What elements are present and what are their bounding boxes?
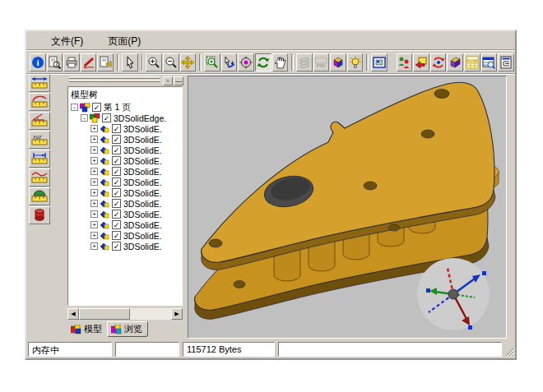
node-checkbox[interactable]: ✓ xyxy=(112,167,121,176)
bom-icon: BOM xyxy=(466,56,479,69)
pan-button[interactable] xyxy=(180,53,197,71)
print-preview-button[interactable] xyxy=(47,53,63,71)
tree-node-page[interactable]: - ✓ 第 1 页 xyxy=(68,102,182,113)
part-icon xyxy=(100,156,110,166)
tree-node-assembly[interactable]: - ✓ 3DSolidEdge. xyxy=(68,113,182,123)
zoom-out-button[interactable] xyxy=(163,53,179,71)
expand-toggle-icon[interactable]: + xyxy=(90,189,98,196)
print-preview-icon xyxy=(48,56,61,69)
pmi-button[interactable]: PMI xyxy=(313,53,330,71)
node-checkbox[interactable]: ✓ xyxy=(112,210,121,219)
scroll-track[interactable] xyxy=(130,308,171,320)
node-checkbox[interactable]: ✓ xyxy=(112,156,121,165)
menu-file[interactable]: 文件(F) xyxy=(48,34,86,49)
node-checkbox[interactable]: ✓ xyxy=(112,188,121,197)
tree-node-part[interactable]: +✓3DSolidE. xyxy=(68,209,182,219)
tab-browse[interactable]: 浏览 xyxy=(107,321,148,337)
expand-toggle-icon[interactable]: + xyxy=(90,157,98,164)
rotate-button[interactable] xyxy=(255,53,272,71)
measure-area-button[interactable] xyxy=(29,187,50,205)
measure-distance-button[interactable] xyxy=(29,74,50,92)
light-button[interactable] xyxy=(347,53,364,71)
tree-node-part[interactable]: +✓3DSolidE. xyxy=(68,166,182,177)
eraser-3d-icon xyxy=(448,56,462,69)
node-checkbox[interactable]: ✓ xyxy=(102,113,111,122)
measure-radius-button[interactable] xyxy=(29,93,50,111)
zoom-window-button[interactable] xyxy=(204,53,220,71)
orientation-gizmo[interactable] xyxy=(417,258,490,330)
expand-toggle-icon[interactable]: + xyxy=(90,146,98,154)
part-icon xyxy=(100,188,110,198)
select-button[interactable] xyxy=(122,53,138,71)
node-checkbox[interactable]: ✓ xyxy=(92,103,101,112)
tree-node-part[interactable]: +✓3DSolidE. xyxy=(68,187,182,198)
collapse-toggle-icon[interactable]: - xyxy=(71,104,78,111)
tree-node-part[interactable]: +✓3DSolidE. xyxy=(68,123,182,134)
markup-button[interactable] xyxy=(81,53,97,71)
expand-toggle-icon[interactable]: + xyxy=(90,221,98,228)
expand-toggle-icon[interactable]: + xyxy=(90,242,98,250)
orbit-target-button[interactable] xyxy=(238,53,254,71)
collapse-toggle-icon[interactable]: - xyxy=(81,114,88,122)
measure-volume-button[interactable] xyxy=(29,206,50,224)
tree-node-part[interactable]: +✓3DSolidE. xyxy=(68,134,182,145)
tree-node-part[interactable]: +✓3DSolidE. xyxy=(68,177,182,187)
panel-hide-button[interactable]: — xyxy=(174,76,183,85)
tree-node-part[interactable]: +✓3DSolidE. xyxy=(68,145,182,155)
node-checkbox[interactable]: ✓ xyxy=(112,220,121,229)
tree-node-part[interactable]: +✓3DSolidE. xyxy=(68,198,182,209)
doc-tree-button[interactable] xyxy=(498,53,514,71)
expand-toggle-icon[interactable]: + xyxy=(90,178,98,186)
tree-node-part[interactable]: +✓3DSolidE. xyxy=(68,155,182,166)
expand-toggle-icon[interactable]: + xyxy=(90,200,98,207)
pan-hand-button[interactable] xyxy=(272,53,289,71)
view-cube-button[interactable] xyxy=(330,53,346,71)
tree-hscrollbar[interactable]: ◀ ▶ xyxy=(67,308,183,320)
measure-between-button[interactable] xyxy=(29,150,50,168)
table-search-button[interactable] xyxy=(481,53,498,71)
layers-button[interactable] xyxy=(296,53,313,71)
export-doc-icon xyxy=(99,56,112,69)
expand-toggle-icon[interactable]: + xyxy=(90,125,98,132)
node-checkbox[interactable]: ✓ xyxy=(112,178,121,187)
compass-rotate-button[interactable] xyxy=(430,53,447,71)
viewport-3d[interactable] xyxy=(188,76,507,339)
save-view-button[interactable] xyxy=(413,53,429,71)
part-icon xyxy=(100,145,110,155)
eraser-3d-button[interactable] xyxy=(447,53,463,71)
tree-node-part[interactable]: +✓3DSolidE. xyxy=(68,219,182,230)
expand-toggle-icon[interactable]: + xyxy=(90,210,98,218)
assembly-button[interactable] xyxy=(397,53,413,71)
scroll-left-icon[interactable]: ◀ xyxy=(67,308,79,320)
panel-gripper[interactable]: ▫ — xyxy=(67,76,184,86)
expand-toggle-icon[interactable]: + xyxy=(90,136,98,143)
scroll-thumb[interactable] xyxy=(79,308,130,320)
node-checkbox[interactable]: ✓ xyxy=(112,135,121,144)
resize-grip[interactable] xyxy=(504,347,515,357)
tree-node-part[interactable]: +✓3DSolidE. xyxy=(68,230,182,241)
node-checkbox[interactable]: ✓ xyxy=(112,242,121,251)
expand-toggle-icon[interactable]: + xyxy=(90,232,98,239)
bom-button[interactable]: BOM xyxy=(464,53,480,71)
zoom-dynamic-button[interactable] xyxy=(221,53,238,71)
menu-page[interactable]: 页面(P) xyxy=(104,34,144,49)
tree-node-part[interactable]: +✓3DSolidE. xyxy=(68,241,182,251)
measure-angle-button[interactable] xyxy=(29,112,50,130)
status-bar: 内存中 115712 Bytes xyxy=(26,340,515,358)
info-button[interactable]: i xyxy=(30,53,46,71)
node-checkbox[interactable]: ✓ xyxy=(112,231,121,240)
node-label: 3DSolidE. xyxy=(123,156,162,166)
print-button[interactable] xyxy=(63,53,80,71)
tab-model[interactable]: 模型 xyxy=(67,321,107,337)
node-checkbox[interactable]: ✓ xyxy=(112,145,121,154)
scroll-right-icon[interactable]: ▶ xyxy=(171,308,183,320)
zoom-in-button[interactable] xyxy=(146,53,162,71)
frame-image-button[interactable] xyxy=(371,53,388,71)
expand-toggle-icon[interactable]: + xyxy=(90,168,98,175)
measure-coordinate-button[interactable]: xyz xyxy=(29,131,50,149)
measure-curve-button[interactable] xyxy=(29,168,50,187)
export-button[interactable] xyxy=(97,53,114,71)
node-checkbox[interactable]: ✓ xyxy=(112,199,121,208)
node-checkbox[interactable]: ✓ xyxy=(112,124,121,133)
panel-float-button[interactable]: ▫ xyxy=(163,76,173,85)
